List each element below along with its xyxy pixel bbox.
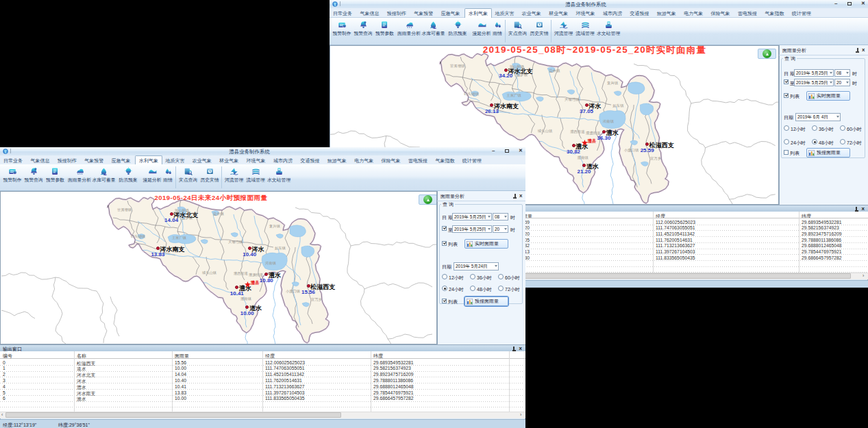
svg-text:小渡口镇: 小渡口镇 — [286, 289, 301, 294]
svg-text:盐井镇: 盐井镇 — [213, 212, 224, 216]
svg-text:复兴镇: 复兴镇 — [269, 224, 280, 229]
svg-text:王家厂镇: 王家厂镇 — [506, 93, 521, 97]
svg-text:澧西街道: 澧西街道 — [570, 129, 585, 134]
svg-text:小渡口镇: 小渡口镇 — [624, 148, 639, 153]
svg-text:甘溪增镇: 甘溪增镇 — [450, 64, 465, 68]
svg-text:宜万乡: 宜万乡 — [650, 156, 662, 160]
svg-text:大堰垱镇: 大堰垱镇 — [228, 240, 243, 244]
svg-text:城头山镇: 城头山镇 — [201, 270, 217, 275]
svg-text:涔南镇: 涔南镇 — [265, 261, 276, 266]
svg-text:城头山镇: 城头山镇 — [537, 129, 553, 133]
svg-text:甘溪增镇: 甘溪增镇 — [117, 207, 132, 212]
svg-text:复兴镇: 复兴镇 — [607, 81, 619, 86]
svg-text:澧南镇: 澧南镇 — [240, 297, 251, 301]
svg-text:大堰垱镇: 大堰垱镇 — [565, 97, 580, 101]
svg-text:澧西街道: 澧西街道 — [234, 271, 249, 276]
svg-text:宜万乡: 宜万乡 — [311, 297, 322, 301]
svg-text:澧南镇: 澧南镇 — [578, 155, 589, 160]
svg-text:码头铺镇: 码头铺镇 — [131, 234, 146, 238]
svg-text:盐井镇: 盐井镇 — [549, 68, 560, 73]
svg-text:王家厂镇: 王家厂镇 — [172, 236, 187, 240]
svg-text:涔南镇: 涔南镇 — [603, 119, 615, 123]
svg-text:码头铺镇: 码头铺镇 — [464, 92, 479, 97]
svg-text:如东镇: 如东镇 — [275, 246, 286, 251]
svg-text:澧澹街道: 澧澹街道 — [249, 273, 264, 277]
svg-text:如东镇: 如东镇 — [612, 103, 624, 108]
